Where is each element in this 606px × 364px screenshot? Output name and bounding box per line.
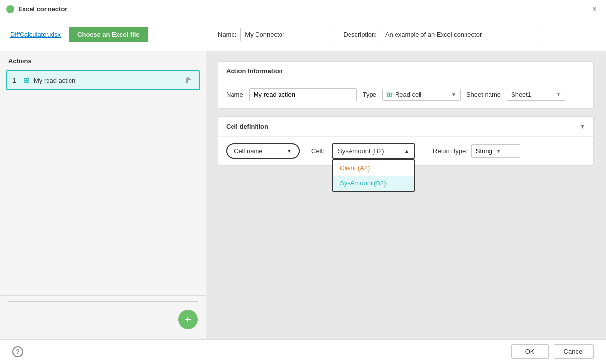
action-delete-button[interactable]: 🗑	[183, 75, 194, 85]
sheet-select[interactable]: Sheet1 ▼	[507, 89, 565, 101]
cell-option-client[interactable]: Client (A2)	[333, 160, 414, 176]
action-information-title: Action Information	[226, 68, 283, 75]
description-field-group: Description:	[343, 28, 537, 41]
left-panel: Actions 1 ⊞ My read action 🗑 +	[0, 51, 206, 339]
return-type-arrow: ▼	[496, 148, 501, 154]
type-select[interactable]: ⊞ Read cell ▼	[382, 89, 461, 101]
left-top-panel: DiffCalculator.xlsx Choose an Excel file	[0, 18, 206, 51]
connector-name-input[interactable]	[240, 28, 333, 41]
description-label: Description:	[343, 31, 377, 38]
cell-name-text: Cell name	[234, 147, 283, 155]
action-item[interactable]: 1 ⊞ My read action 🗑	[6, 70, 200, 90]
choose-file-button[interactable]: Choose an Excel file	[69, 27, 148, 42]
name-field-group: Name:	[218, 28, 333, 41]
type-value: Read cell	[395, 91, 448, 98]
cell-dropdown-menu: Client (A2) SysAmount (B2)	[332, 159, 415, 192]
sheet-value: Sheet1	[511, 91, 553, 98]
action-information-card: Action Information Name Type ⊞ Read cell…	[218, 61, 594, 109]
cell-definition-card: Cell definition ▼ Cell name ▼ Cell:	[218, 116, 594, 166]
close-button[interactable]: ×	[589, 4, 600, 14]
return-type-select[interactable]: String ▼	[471, 144, 520, 158]
action-info-row: Name Type ⊞ Read cell ▼ Sheet name Sheet…	[226, 88, 585, 101]
action-list: 1 ⊞ My read action 🗑	[0, 68, 206, 295]
left-panel-bottom: +	[0, 295, 206, 339]
action-information-body: Name Type ⊞ Read cell ▼ Sheet name Sheet…	[218, 81, 593, 108]
help-button[interactable]: ?	[12, 346, 23, 357]
cell-name-select[interactable]: Cell name ▼	[226, 143, 300, 159]
sheet-name-label: Sheet name	[466, 91, 501, 98]
return-type-wrapper: Return type: String ▼	[433, 144, 520, 158]
type-label: Type	[363, 91, 376, 98]
cell-select-arrow: ▲	[404, 148, 409, 154]
actions-header: Actions	[0, 51, 206, 68]
action-number: 1	[12, 77, 20, 84]
add-action-button[interactable]: +	[178, 310, 198, 329]
action-information-header: Action Information	[218, 62, 593, 81]
right-panel: Action Information Name Type ⊞ Read cell…	[206, 51, 606, 339]
app-icon	[6, 5, 14, 13]
action-name-label: Name	[226, 91, 243, 98]
cell-label: Cell:	[311, 147, 324, 155]
cell-definition-title: Cell definition	[226, 123, 268, 130]
collapse-icon[interactable]: ▼	[580, 123, 585, 130]
cell-name-arrow: ▼	[287, 148, 292, 154]
cell-definition-body: Cell name ▼ Cell: SysAmount (B2) ▲	[218, 136, 593, 165]
return-type-label: Return type:	[433, 147, 467, 155]
panel-divider	[8, 301, 198, 302]
cell-def-row: Cell name ▼ Cell: SysAmount (B2) ▲	[226, 143, 585, 159]
title-bar: Excel connector ×	[0, 0, 606, 18]
file-link[interactable]: DiffCalculator.xlsx	[10, 31, 61, 38]
bottom-bar: ? OK Cancel	[0, 339, 606, 364]
add-icon: +	[185, 314, 191, 325]
top-section: DiffCalculator.xlsx Choose an Excel file…	[0, 18, 606, 51]
cell-dropdown-wrapper: SysAmount (B2) ▲ Client (A2) SysAmount (…	[332, 143, 415, 159]
bottom-buttons: OK Cancel	[511, 344, 594, 359]
action-type-icon: ⊞	[24, 76, 30, 84]
title-bar-left: Excel connector	[6, 5, 67, 13]
cell-select[interactable]: SysAmount (B2) ▲	[332, 143, 415, 159]
action-name-input[interactable]	[249, 88, 357, 101]
ok-button[interactable]: OK	[511, 344, 549, 359]
cell-select-value: SysAmount (B2)	[338, 147, 400, 155]
connector-description-input[interactable]	[381, 28, 537, 41]
action-item-name: My read action	[34, 77, 179, 84]
read-cell-icon: ⊞	[387, 91, 392, 98]
name-label: Name:	[218, 31, 236, 38]
cell-definition-header: Cell definition ▼	[218, 117, 593, 136]
main-body: Actions 1 ⊞ My read action 🗑 +	[0, 51, 606, 339]
sheet-dropdown-arrow: ▼	[556, 92, 561, 97]
excel-connector-dialog: Excel connector × DiffCalculator.xlsx Ch…	[0, 0, 606, 364]
dialog-title: Excel connector	[18, 5, 67, 13]
cell-option-sysamount[interactable]: SysAmount (B2)	[333, 176, 414, 191]
cancel-button[interactable]: Cancel	[554, 344, 594, 359]
type-dropdown-arrow: ▼	[451, 92, 456, 97]
right-top-panel: Name: Description:	[206, 18, 606, 51]
return-type-value: String	[476, 147, 492, 155]
